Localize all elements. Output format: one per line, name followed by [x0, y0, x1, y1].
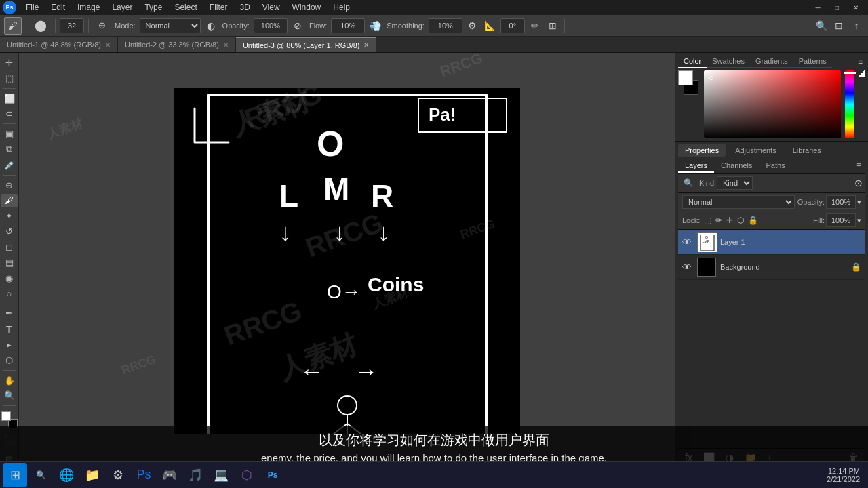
heal-tool[interactable]: ⊕ — [1, 178, 18, 192]
marquee-tool[interactable]: ⬜ — [1, 92, 18, 106]
path-select-tool[interactable]: ▸ — [1, 338, 18, 352]
zoom-tool[interactable]: 🔍 — [1, 389, 18, 403]
opacity-value-input[interactable] — [826, 195, 856, 209]
main-canvas[interactable] — [174, 88, 520, 434]
lock-transparent-icon[interactable]: ⬚ — [704, 216, 711, 225]
menu-type[interactable]: Type — [139, 1, 167, 14]
pressure-opacity-icon[interactable]: ⊘ — [290, 18, 305, 33]
clone-stamp-tool[interactable]: ✦ — [1, 209, 18, 223]
pen-pressure-icon[interactable]: ✏ — [528, 18, 542, 33]
tab-untitled2[interactable]: Untitled-2 @ 33.3% (RGB/8) ✕ — [118, 37, 236, 52]
angle-input[interactable] — [500, 18, 525, 33]
menu-edit[interactable]: Edit — [45, 1, 71, 14]
tab-1-close[interactable]: ✕ — [105, 41, 111, 49]
share-icon[interactable]: ↑ — [849, 18, 864, 33]
hand-tool[interactable]: ✋ — [1, 373, 18, 388]
taskbar-files[interactable]: 📁 — [80, 463, 104, 487]
tool-preset-icon[interactable]: ⊕ — [93, 17, 111, 35]
menu-image[interactable]: Image — [72, 1, 105, 14]
layer-item-background[interactable]: 👁 Background 🔒 — [678, 255, 865, 280]
mode-select[interactable]: Normal — [140, 18, 201, 33]
taskbar-app-5[interactable]: 💻 — [209, 463, 233, 487]
layer-item-1[interactable]: 👁 Layer 1 — [678, 230, 865, 255]
lock-position-icon[interactable]: ✛ — [726, 216, 733, 225]
menu-file[interactable]: File — [20, 1, 44, 14]
arrange-icon[interactable]: ⊟ — [831, 18, 846, 33]
tab-2-close[interactable]: ✕ — [223, 41, 229, 49]
eraser-tool[interactable]: ◻ — [1, 240, 18, 254]
menu-filter[interactable]: Filter — [204, 1, 233, 14]
brush-preset-picker[interactable]: ⬤ — [31, 17, 51, 35]
lasso-tool[interactable]: ⊂ — [1, 106, 18, 121]
gradient-tool[interactable]: ▤ — [1, 256, 18, 270]
text-tool[interactable]: T — [1, 322, 18, 336]
crop-tool[interactable]: ⧉ — [1, 142, 18, 157]
menu-select[interactable]: Select — [169, 1, 202, 14]
color-spectrum[interactable] — [704, 70, 841, 138]
fg-color-swatch[interactable] — [1, 411, 11, 421]
layers-panel-menu[interactable]: ≡ — [852, 159, 865, 173]
lock-artboard-icon[interactable]: ⬡ — [737, 216, 744, 225]
fill-chevron[interactable]: ▾ — [857, 216, 861, 225]
start-button[interactable]: ⊞ — [3, 463, 27, 487]
object-select-tool[interactable]: ▣ — [1, 127, 18, 141]
bg-layer-name[interactable]: Background — [720, 263, 847, 271]
tab-channels[interactable]: Channels — [714, 159, 759, 173]
opacity-chevron[interactable]: ▾ — [857, 198, 861, 207]
smoothing-input[interactable] — [429, 18, 462, 33]
artboard-tool[interactable]: ⬚ — [1, 71, 18, 85]
opacity-strip-btn[interactable] — [859, 70, 865, 77]
brush-tool-btn[interactable]: 🖌 — [4, 17, 22, 35]
kind-select[interactable]: Kind — [717, 176, 753, 190]
search-icon[interactable]: 🔍 — [814, 18, 829, 33]
lock-image-icon[interactable]: ✏ — [715, 216, 722, 225]
fill-value-input[interactable] — [826, 214, 856, 227]
tab-properties[interactable]: Properties — [678, 144, 726, 157]
menu-view[interactable]: View — [257, 1, 285, 14]
tab-layers[interactable]: Layers — [678, 159, 714, 173]
dodge-tool[interactable]: ○ — [1, 287, 18, 301]
maximize-button[interactable]: □ — [827, 0, 846, 15]
lock-all-icon[interactable]: 🔒 — [748, 216, 758, 225]
taskbar-app-1[interactable]: ⚙ — [106, 463, 130, 487]
tab-color[interactable]: Color — [678, 56, 707, 68]
tab-patterns[interactable]: Patterns — [793, 56, 832, 68]
tab-3-close[interactable]: ✕ — [363, 41, 369, 49]
color-panel-menu[interactable]: ≡ — [855, 56, 865, 68]
menu-window[interactable]: Window — [287, 1, 327, 14]
blur-tool[interactable]: ◉ — [1, 271, 18, 285]
layers-filter-toggle[interactable]: ⊙ — [854, 178, 863, 188]
flow-input[interactable] — [331, 18, 365, 33]
opacity-input[interactable] — [254, 18, 288, 33]
tab-paths[interactable]: Paths — [760, 159, 792, 173]
color-hue-strip[interactable] — [845, 70, 854, 138]
taskbar-edge[interactable]: 🌐 — [54, 463, 79, 487]
brush-tool[interactable]: 🖌 — [1, 194, 18, 208]
airbrush-toggle[interactable]: 💨 — [368, 18, 382, 33]
menu-3d[interactable]: 3D — [234, 1, 255, 14]
taskbar-vs[interactable]: ⬡ — [235, 463, 259, 487]
taskbar-app-3[interactable]: 🎮 — [157, 463, 182, 487]
taskbar-photoshop[interactable]: Ps — [260, 463, 285, 487]
taskbar-app-4[interactable]: 🎵 — [183, 463, 208, 487]
tab-libraries[interactable]: Libraries — [786, 144, 828, 157]
extra-options-icon[interactable]: ⊞ — [545, 18, 560, 33]
foreground-color[interactable] — [678, 70, 693, 85]
bg-layer-visibility[interactable]: 👁 — [682, 262, 693, 272]
smoothing-options-icon[interactable]: ⚙ — [465, 18, 480, 33]
taskbar-search[interactable]: 🔍 — [28, 463, 53, 487]
layer-1-visibility[interactable]: 👁 — [682, 237, 693, 247]
history-brush-tool[interactable]: ↺ — [1, 224, 18, 239]
tab-untitled3[interactable]: Untitled-3 @ 80% (Layer 1, RGB/8) ✕ — [236, 37, 377, 52]
eyedropper-tool[interactable]: 💉 — [1, 158, 18, 172]
move-tool[interactable]: ✛ — [1, 56, 18, 70]
menu-layer[interactable]: Layer — [106, 1, 138, 14]
minimize-button[interactable]: ─ — [808, 0, 827, 15]
tab-gradients[interactable]: Gradients — [750, 56, 793, 68]
quick-mask-mode[interactable]: ⬛ — [1, 432, 18, 447]
pen-tool[interactable]: ✒ — [1, 306, 18, 321]
tab-adjustments[interactable]: Adjustments — [728, 144, 783, 157]
shape-tool[interactable]: ⬡ — [1, 353, 18, 367]
blend-mode-select[interactable]: Normal — [682, 195, 795, 209]
close-button[interactable]: ✕ — [846, 0, 865, 15]
